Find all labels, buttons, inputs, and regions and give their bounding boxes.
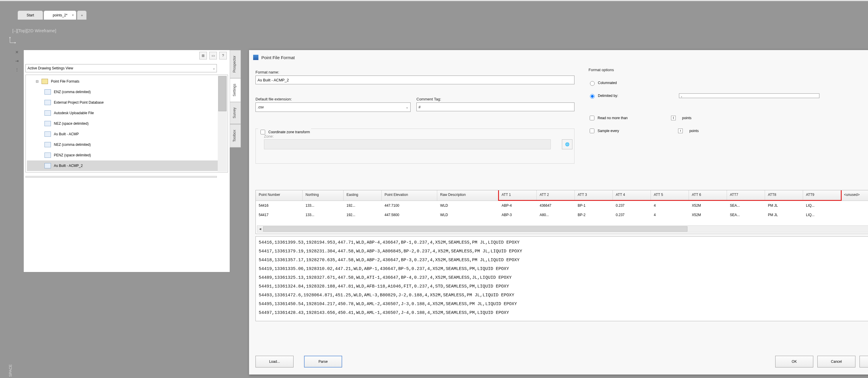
load-button[interactable]: Load... bbox=[255, 356, 293, 368]
column-header[interactable]: Northing bbox=[303, 190, 344, 201]
default-ext-value: .csv bbox=[257, 105, 264, 109]
tree-item[interactable]: ENZ (comma delimited) bbox=[27, 87, 226, 97]
column-header[interactable]: <unused> bbox=[841, 190, 868, 201]
zone-browse-button[interactable]: 🌐 bbox=[562, 139, 572, 149]
help-button[interactable]: Help bbox=[860, 356, 868, 368]
column-header[interactable]: ATT 3 bbox=[575, 190, 613, 201]
tree-item[interactable]: NEZ (comma delimited) bbox=[27, 139, 226, 150]
column-header[interactable]: Raw Description bbox=[437, 190, 499, 201]
table-cell: SEA... bbox=[727, 202, 765, 209]
columnated-radio[interactable] bbox=[590, 81, 595, 86]
sample-every-input[interactable] bbox=[678, 128, 683, 133]
raw-data-preview[interactable]: 54416,13361399.53,1928194.953,447.71,WLD… bbox=[255, 236, 868, 321]
help-icon[interactable]: ? bbox=[219, 52, 227, 59]
close-icon[interactable]: × bbox=[72, 13, 74, 17]
table-cell: 192... bbox=[344, 202, 382, 209]
points-suffix: points bbox=[689, 129, 699, 133]
toolspace-tab-settings[interactable]: Settings bbox=[230, 78, 241, 102]
table-row[interactable]: 54416133...192...447.7100WLDABP-4436647B… bbox=[256, 201, 868, 210]
column-header[interactable]: ATT 6 bbox=[689, 190, 727, 201]
column-header[interactable]: ATT 5 bbox=[651, 190, 689, 201]
grid-h-scrollbar[interactable]: ◄ ► bbox=[257, 226, 868, 232]
column-header[interactable]: Easting bbox=[344, 190, 382, 201]
menu-icon[interactable]: ⋮ bbox=[15, 67, 19, 72]
table-cell: 0.237 bbox=[613, 202, 651, 209]
settings-view-dropdown[interactable]: Active Drawing Settings View ⌄ bbox=[26, 64, 217, 72]
toolspace-tab-toolbox[interactable]: Toolbox bbox=[230, 124, 241, 147]
parse-button[interactable]: Parse bbox=[304, 356, 342, 368]
table-cell bbox=[841, 204, 868, 207]
default-ext-dropdown[interactable]: .csv ⌄ bbox=[255, 103, 411, 112]
table-cell: BP-1 bbox=[575, 202, 613, 209]
settings-view-label: Active Drawing Settings View bbox=[28, 66, 73, 70]
toolspace-tab-prospector[interactable]: Prospector bbox=[230, 50, 241, 78]
column-header[interactable]: ATT 2 bbox=[537, 190, 575, 201]
pin-icon[interactable]: ⇥ bbox=[15, 59, 19, 63]
format-name-input[interactable] bbox=[255, 76, 575, 84]
chevron-down-icon: ⌄ bbox=[213, 66, 215, 70]
viewport-label[interactable]: [–][Top][2D Wireframe] bbox=[12, 28, 56, 33]
tree-item[interactable]: PENZ (space delimited) bbox=[27, 150, 226, 161]
ucs-icon bbox=[9, 35, 18, 44]
tree-root[interactable]: ⊟Point File Formats bbox=[27, 76, 226, 87]
toolspace-tab-survey[interactable]: Survey bbox=[230, 102, 241, 124]
dialog-title: Point File Format bbox=[261, 55, 295, 60]
tree-item[interactable]: Autodesk Uploadable File bbox=[27, 108, 226, 118]
document-tabs: Start points_2* × + bbox=[18, 8, 87, 20]
tab-start-label: Start bbox=[27, 13, 34, 17]
close-icon[interactable]: ✕ bbox=[15, 50, 19, 55]
table-cell: SEA... bbox=[727, 212, 765, 218]
cancel-button-label: Cancel bbox=[831, 359, 842, 364]
scroll-left-icon[interactable]: ◄ bbox=[257, 226, 263, 232]
column-header[interactable]: ATT9 bbox=[803, 190, 841, 201]
dialog-titlebar[interactable]: Point File Format ✕ bbox=[249, 50, 868, 65]
cancel-button[interactable]: Cancel bbox=[817, 356, 856, 368]
column-header[interactable]: ATT8 bbox=[765, 190, 803, 201]
tab-points2[interactable]: points_2* × bbox=[43, 10, 76, 20]
load-button-label: Load... bbox=[269, 359, 280, 364]
column-header[interactable]: ATT 1 bbox=[499, 190, 537, 201]
toolspace-panel: ⊞ ▭ ? Active Drawing Settings View ⌄ ⊟Po… bbox=[23, 50, 230, 272]
new-tab-button[interactable]: + bbox=[77, 10, 87, 20]
tab-start[interactable]: Start bbox=[18, 10, 43, 20]
column-header[interactable]: Point Elevation bbox=[382, 190, 437, 201]
table-row[interactable]: 54417133...192...447.5800WLDABP-3A80...B… bbox=[256, 210, 868, 220]
table-cell: 133... bbox=[303, 212, 344, 218]
tree-item[interactable]: NEZ (space delimited) bbox=[27, 118, 226, 129]
tree-item[interactable]: External Project Point Database bbox=[27, 97, 226, 108]
column-mapping-grid[interactable]: Point NumberNorthingEastingPoint Elevati… bbox=[255, 190, 868, 234]
parse-button-label: Parse bbox=[318, 359, 328, 364]
panel-splitter[interactable] bbox=[26, 176, 217, 178]
comment-tag-input[interactable] bbox=[416, 103, 575, 111]
tree-item[interactable]: PENZ (comma delimited) bbox=[27, 171, 226, 172]
table-cell: LIQ... bbox=[803, 202, 841, 209]
delimiter-input[interactable] bbox=[679, 93, 819, 98]
table-cell: ABP-4 bbox=[499, 202, 537, 209]
table-cell: 4 bbox=[651, 202, 689, 209]
format-name-label: Format name: bbox=[255, 70, 575, 75]
column-header[interactable]: ATT 4 bbox=[613, 190, 651, 201]
app-icon bbox=[253, 55, 258, 60]
tree-item[interactable]: As Built - ACMP_2 bbox=[27, 161, 226, 171]
column-header[interactable]: Point Number bbox=[256, 190, 303, 201]
read-no-more-checkbox[interactable] bbox=[590, 116, 594, 120]
points-suffix: points bbox=[682, 116, 691, 120]
ok-button[interactable]: OK bbox=[775, 356, 813, 368]
tab-points2-label: points_2* bbox=[53, 13, 67, 17]
table-cell: 447.5800 bbox=[382, 212, 437, 218]
tree-expand-icon[interactable]: ⊞ bbox=[199, 52, 207, 59]
sample-every-checkbox[interactable] bbox=[590, 128, 594, 133]
coord-zone-transform-label: Coordinate zone transform bbox=[268, 130, 310, 134]
table-cell: BP-2 bbox=[575, 212, 613, 218]
table-cell: 4 bbox=[651, 212, 689, 218]
tree-item[interactable]: As Built - ACMP bbox=[27, 129, 226, 139]
table-cell: 447.7100 bbox=[382, 202, 437, 209]
tree-scrollbar[interactable] bbox=[218, 76, 227, 172]
table-cell: WLD bbox=[437, 212, 499, 218]
read-no-more-input[interactable] bbox=[671, 116, 676, 120]
chevron-down-icon: ⌄ bbox=[406, 105, 408, 109]
delimited-radio[interactable] bbox=[590, 94, 595, 99]
coord-zone-transform-checkbox[interactable] bbox=[260, 130, 265, 135]
tree-view-icon[interactable]: ▭ bbox=[209, 52, 217, 59]
column-header[interactable]: ATT7 bbox=[727, 190, 765, 201]
